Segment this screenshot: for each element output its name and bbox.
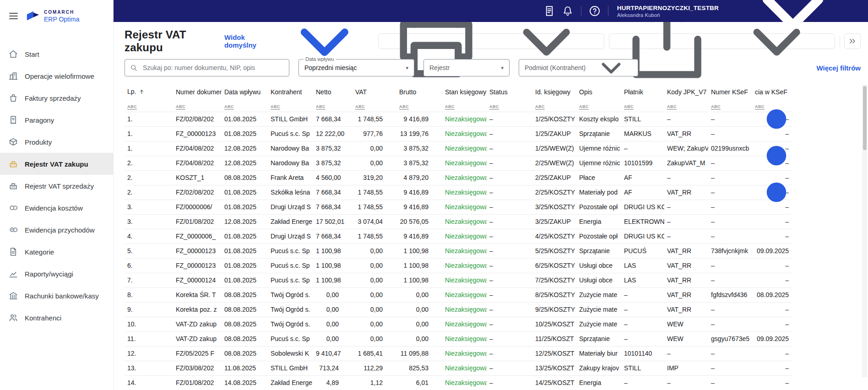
column-menu-button[interactable] bbox=[707, 86, 846, 227]
text-filter-icon[interactable]: ABC bbox=[355, 104, 365, 110]
column-header-kody-jpk-v7[interactable]: Kody JPK_V7 bbox=[664, 84, 708, 100]
sidebar-item-ewidencja-przychod-w[interactable]: Ewidencja przychodów bbox=[0, 219, 113, 241]
table-cell: Niezaksięgowany bbox=[442, 229, 487, 244]
table-cell: VAT-ZD zakup bbox=[173, 317, 222, 331]
vertical-scrollbar[interactable] bbox=[862, 84, 867, 377]
column-header-brutto[interactable]: Brutto bbox=[396, 84, 442, 100]
table-cell: Pucuś s.c. Sp bbox=[268, 244, 313, 258]
table-row[interactable]: 10.VAT-ZD zakup08.08.2025Twój Ogród s.0,… bbox=[125, 317, 792, 331]
table-row[interactable]: 7.FZ_0000012401.08.2025Pucuś s.c. Sp1 10… bbox=[125, 273, 792, 287]
table-row[interactable]: 14.FZ/01/08/20214.08.2025Zakład Energe4,… bbox=[125, 375, 792, 390]
ksef-documents-button[interactable] bbox=[540, 2, 559, 20]
sidebar-item-raporty-wyci-gi[interactable]: Raporty/wyciągi bbox=[0, 263, 113, 285]
table-cell: 1 100,98 bbox=[396, 258, 442, 273]
table-cell: 0,00 bbox=[396, 302, 442, 317]
column-header-vat[interactable]: VAT bbox=[353, 84, 396, 100]
sidebar-item-rejestr-vat-zakupu[interactable]: Rejestr VAT zakupu bbox=[0, 153, 113, 175]
text-filter-icon[interactable]: ABC bbox=[127, 104, 137, 110]
column-filter-cell: ABC bbox=[532, 100, 576, 112]
table-cell: 9 416,89 bbox=[396, 229, 442, 244]
sidebar-item-faktury-sprzeda-y[interactable]: Faktury sprzedaży bbox=[0, 87, 113, 109]
table-row[interactable]: 2.KOSZT_108.08.2025Frank Areta4 560,0031… bbox=[125, 170, 792, 185]
table-cell: 0,00 bbox=[396, 287, 442, 302]
table-cell: 0,00 bbox=[353, 258, 396, 273]
table-row[interactable]: 3.FZ/01/08/20212.08.2025Zakład Energe17 … bbox=[125, 214, 792, 229]
table-cell: 4 560,00 bbox=[313, 170, 353, 185]
column-header-stan-ksi-gowy[interactable]: Stan księgowy bbox=[442, 84, 487, 100]
text-filter-icon[interactable]: ABC bbox=[667, 104, 677, 110]
table-cell: AF bbox=[621, 185, 664, 200]
sidebar-item-kategorie[interactable]: Kategorie bbox=[0, 241, 113, 263]
sidebar-item-start[interactable]: Start bbox=[0, 43, 113, 65]
text-filter-icon[interactable]: ABC bbox=[579, 104, 589, 110]
more-filters-link[interactable]: Więcej filtrów bbox=[816, 64, 861, 72]
register-filter-select[interactable]: Rejestr ▾ bbox=[423, 59, 510, 76]
scrollbar-thumb[interactable] bbox=[863, 86, 867, 150]
column-filter-cell: ABC bbox=[313, 100, 353, 112]
table-row[interactable]: 1.FZ/04/08/20212.08.2025Narodowy Ba3 875… bbox=[125, 141, 792, 156]
table-cell: – bbox=[708, 375, 752, 390]
table-cell: 9/25/KOSZTY bbox=[532, 302, 576, 317]
text-filter-icon[interactable]: ABC bbox=[489, 104, 499, 110]
table-cell: 14. bbox=[125, 375, 173, 390]
table-cell: 1 748,55 bbox=[353, 229, 396, 244]
table-cell: FZ/03/08/202 bbox=[173, 361, 222, 375]
table-row[interactable]: 1.FZ/02/08/20201.08.2025STILL GmbH7 668,… bbox=[125, 112, 792, 126]
notifications-button[interactable] bbox=[559, 2, 577, 20]
column-header-kontrahent[interactable]: Kontrahent bbox=[268, 84, 313, 100]
table-row[interactable]: 8.Korekta ŚR. T08.08.2025Twój Ogród s.0,… bbox=[125, 287, 792, 302]
help-button[interactable] bbox=[586, 2, 604, 20]
table-row[interactable]: 1.FZ_0000012301.08.2025Pucuś s.c. Sp12 2… bbox=[125, 126, 792, 141]
search-input[interactable] bbox=[142, 64, 284, 72]
sidebar-item-kontrahenci[interactable]: Kontrahenci bbox=[0, 307, 113, 329]
column-header-status[interactable]: Status bbox=[487, 84, 532, 100]
subject-filter-select[interactable]: Podmiot (Kontrahent) bbox=[519, 59, 638, 76]
text-filter-icon[interactable]: ABC bbox=[224, 104, 234, 110]
text-filter-icon[interactable]: ABC bbox=[176, 104, 185, 110]
table-row[interactable]: 6.FZ_0000012301.08.2025Pucuś s.c. Sp1 10… bbox=[125, 258, 792, 273]
column-header-numer-dokumentu[interactable]: Numer dokumentu bbox=[173, 84, 222, 100]
date-filter-select[interactable]: Data wpływu Poprzedni miesiąc ▾ bbox=[298, 59, 414, 76]
column-header-netto[interactable]: Netto bbox=[313, 84, 353, 100]
table-row[interactable]: 2.FZ/02/08/20201.08.2025Szkółka leśna7 6… bbox=[125, 185, 792, 200]
column-header-lp[interactable]: Lp. bbox=[125, 84, 173, 100]
column-header-id-ksi-gowy[interactable]: Id. księgowy bbox=[532, 84, 576, 100]
text-filter-icon[interactable]: ABC bbox=[445, 104, 455, 110]
sidebar-item-operacje-wielofirmowe[interactable]: Operacje wielofirmowe bbox=[0, 65, 113, 87]
text-filter-icon[interactable]: ABC bbox=[535, 104, 545, 110]
print-button[interactable] bbox=[378, 33, 604, 49]
table-cell: gsgyu7673e5 bbox=[708, 331, 752, 346]
text-filter-icon[interactable]: ABC bbox=[271, 104, 280, 110]
sidebar-item-paragony[interactable]: Paragony bbox=[0, 109, 113, 131]
table-row[interactable]: 12.FZ/05/2025 F08.08.2025Sobolewski K9 4… bbox=[125, 346, 792, 361]
table-cell: 0,00 bbox=[313, 302, 353, 317]
vat-register-table: Lp.Numer dokumentuData wpływuKontrahentN… bbox=[125, 84, 792, 390]
table-cell: WEW; ZakupV bbox=[664, 141, 708, 156]
table-row[interactable]: 2.FZ/04/08/20212.08.2025Narodowy Ba3 875… bbox=[125, 156, 792, 170]
table-cell: IMP bbox=[664, 361, 708, 375]
column-header-opis[interactable]: Opis bbox=[576, 84, 621, 100]
sidebar-item-rachunki-bankowe-kasy[interactable]: Rachunki bankowe/kasy bbox=[0, 285, 113, 307]
sidebar-item-ewidencja-koszt-w[interactable]: Ewidencja kosztów bbox=[0, 197, 113, 219]
table-cell: 0,00 bbox=[353, 331, 396, 346]
table-row[interactable]: 5.FZ_0000012301.08.2025Pucuś s.c. Sp1 10… bbox=[125, 244, 792, 258]
table-row[interactable]: 3.FZ/0000006/01.08.2025Drugi Urząd S7 66… bbox=[125, 200, 792, 214]
table-row[interactable]: 4.FZ_0000006_01.08.2025Drugi Urząd S7 66… bbox=[125, 229, 792, 244]
page-title: Rejestr VAT zakupu bbox=[125, 28, 206, 54]
text-filter-icon[interactable]: ABC bbox=[316, 104, 326, 110]
hamburger-menu-button[interactable] bbox=[6, 10, 21, 22]
table-row[interactable]: 9.Korekta poz. z08.08.2025Twój Ogród s.0… bbox=[125, 302, 792, 317]
column-header-data-wp-ywu[interactable]: Data wpływu bbox=[222, 84, 268, 100]
sidebar-item-rejestr-vat-sprzeda-y[interactable]: Rejestr VAT sprzedaży bbox=[0, 175, 113, 197]
table-row[interactable]: 11.VAT-ZD zakup08.08.2025Pucuś s.c. Sp0,… bbox=[125, 331, 792, 346]
column-filter-cell: ABC bbox=[487, 100, 532, 112]
sidebar-item-produkty[interactable]: Produkty bbox=[0, 131, 113, 153]
text-filter-icon[interactable]: ABC bbox=[399, 104, 409, 110]
export-button[interactable] bbox=[609, 33, 835, 49]
table-row[interactable]: 13.FZ/03/08/20211.08.2025STILL GmbH713,2… bbox=[125, 361, 792, 375]
table-cell: 3 875,32 bbox=[396, 156, 442, 170]
text-filter-icon[interactable]: ABC bbox=[624, 104, 634, 110]
table-cell: 01.08.2025 bbox=[222, 126, 268, 141]
column-header-p-atnik[interactable]: Płatnik bbox=[621, 84, 664, 100]
more-actions-button[interactable] bbox=[844, 33, 861, 49]
